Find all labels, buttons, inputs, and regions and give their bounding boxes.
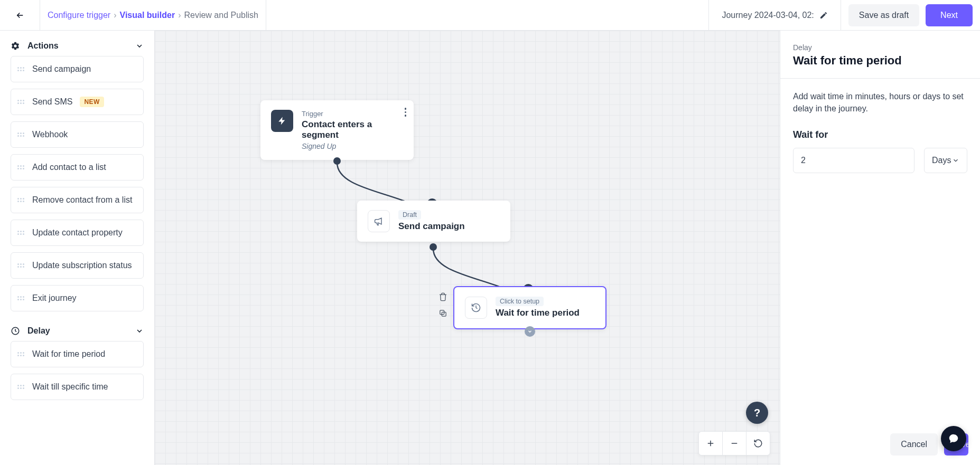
panel-eyebrow: Delay	[793, 43, 967, 52]
connector-handle[interactable]	[525, 326, 535, 337]
breadcrumb-step-2[interactable]: Visual builder	[120, 11, 175, 20]
drag-handle-icon	[17, 382, 25, 392]
action-send-sms[interactable]: Send SMS NEW	[11, 89, 144, 115]
node-subtitle: Signed Up	[302, 142, 403, 150]
action-label: Update contact property	[32, 228, 123, 238]
gear-icon	[11, 41, 20, 51]
journey-canvas[interactable]: Trigger Contact enters a segment Signed …	[155, 31, 780, 465]
right-panel: Delay Wait for time period Add wait time…	[780, 31, 980, 465]
drag-handle-icon	[17, 64, 25, 74]
wait-unit-value: Days	[932, 156, 951, 165]
pencil-icon[interactable]	[819, 11, 828, 20]
section-title: Actions	[27, 41, 59, 51]
drag-handle-icon	[17, 260, 25, 271]
minus-icon	[730, 439, 739, 448]
app-header: Configure trigger › Visual builder › Rev…	[0, 0, 980, 31]
canvas-zoom-toolbar	[698, 431, 770, 455]
journey-title: Journey 2024-03-04, 02:	[722, 11, 814, 20]
node-trigger[interactable]: Trigger Contact enters a segment Signed …	[260, 100, 414, 160]
arrow-left-icon	[15, 11, 25, 20]
node-menu-button[interactable]	[405, 108, 407, 117]
drag-handle-icon	[17, 293, 25, 303]
panel-title: Wait for time period	[793, 54, 967, 68]
sidebar: Actions Send campaign Send SMS NEW Webho…	[0, 31, 155, 465]
chevron-down-icon	[952, 157, 959, 164]
connector-dot[interactable]	[333, 157, 341, 165]
action-send-campaign[interactable]: Send campaign	[11, 56, 144, 82]
drag-handle-icon	[17, 97, 25, 107]
wait-for-row: Days	[793, 148, 967, 173]
action-label: Send campaign	[32, 64, 91, 74]
header-spacer	[266, 0, 709, 30]
back-button[interactable]	[0, 0, 40, 30]
zoom-in-button[interactable]	[699, 432, 722, 455]
wait-value-input[interactable]	[793, 148, 914, 173]
duplicate-icon	[438, 309, 447, 318]
help-button[interactable]: ?	[746, 402, 768, 424]
right-panel-header: Delay Wait for time period	[780, 31, 980, 79]
node-tag: Trigger	[302, 110, 403, 118]
delay-wait-time-period[interactable]: Wait for time period	[11, 341, 144, 367]
wait-for-label: Wait for	[793, 129, 967, 140]
main-layout: Actions Send campaign Send SMS NEW Webho…	[0, 31, 980, 465]
action-label: Exit journey	[32, 293, 77, 303]
drag-handle-icon	[17, 129, 25, 140]
drag-handle-icon	[17, 349, 25, 359]
refresh-icon	[753, 439, 763, 448]
sidebar-section-actions[interactable]: Actions	[0, 37, 154, 56]
action-exit-journey[interactable]: Exit journey	[11, 285, 144, 311]
chevron-right-icon: ›	[178, 11, 181, 20]
section-title: Delay	[27, 326, 50, 336]
drag-handle-icon	[17, 162, 25, 173]
delete-node-button[interactable]	[438, 292, 447, 303]
cancel-button[interactable]: Cancel	[890, 433, 938, 455]
sidebar-section-delay[interactable]: Delay	[0, 322, 154, 341]
drag-handle-icon	[17, 195, 25, 205]
node-send-campaign[interactable]: Draft Send campaign	[357, 201, 510, 242]
duplicate-node-button[interactable]	[438, 309, 447, 320]
node-side-controls	[438, 292, 447, 320]
next-button[interactable]: Next	[926, 4, 973, 26]
panel-description: Add wait time in minutes, hours or days …	[793, 90, 967, 115]
actions-list: Send campaign Send SMS NEW Webhook Add c…	[0, 56, 154, 311]
breadcrumb-step-3: Review and Publish	[184, 11, 258, 20]
node-title: Send campaign	[398, 221, 465, 232]
action-update-subscription[interactable]: Update subscription status	[11, 252, 144, 279]
chat-fab-button[interactable]	[941, 426, 966, 451]
megaphone-icon	[368, 210, 390, 232]
node-status-pill: Draft	[398, 210, 421, 220]
action-label: Add contact to a list	[32, 163, 106, 172]
lightning-icon	[271, 110, 293, 132]
chevron-right-icon: ›	[114, 11, 116, 20]
action-update-property[interactable]: Update contact property	[11, 220, 144, 246]
breadcrumb-step-1[interactable]: Configure trigger	[48, 11, 110, 20]
node-wait-time-period[interactable]: Click to setup Wait for time period	[453, 286, 606, 329]
wait-unit-select[interactable]: Days	[924, 148, 967, 173]
plus-icon	[706, 439, 715, 448]
action-remove-from-list[interactable]: Remove contact from a list	[11, 187, 144, 213]
right-panel-body: Add wait time in minutes, hours or days …	[780, 79, 980, 424]
breadcrumb: Configure trigger › Visual builder › Rev…	[40, 0, 266, 30]
chevron-down-icon	[135, 42, 144, 50]
delay-list: Wait for time period Wait till specific …	[0, 341, 154, 400]
drag-handle-icon	[17, 227, 25, 238]
action-webhook[interactable]: Webhook	[11, 121, 144, 148]
action-label: Wait for time period	[32, 349, 105, 359]
chevron-down-icon	[135, 327, 144, 335]
node-status-pill: Click to setup	[496, 297, 544, 306]
clock-icon	[11, 326, 20, 336]
action-label: Webhook	[32, 130, 68, 139]
delay-wait-specific-time[interactable]: Wait till specific time	[11, 374, 144, 400]
action-label: Remove contact from a list	[32, 195, 132, 205]
save-as-draft-button[interactable]: Save as draft	[848, 4, 919, 26]
zoom-out-button[interactable]	[723, 432, 746, 455]
action-add-to-list[interactable]: Add contact to a list	[11, 154, 144, 181]
new-badge: NEW	[80, 97, 104, 107]
journey-title-cell: Journey 2024-03-04, 02:	[709, 0, 841, 30]
action-label: Send SMS	[32, 97, 72, 107]
node-title: Contact enters a segment	[302, 119, 403, 140]
node-title: Wait for time period	[496, 308, 580, 318]
reset-view-button[interactable]	[746, 432, 770, 455]
header-actions: Save as draft Next	[841, 0, 980, 30]
connector-dot[interactable]	[430, 243, 437, 251]
